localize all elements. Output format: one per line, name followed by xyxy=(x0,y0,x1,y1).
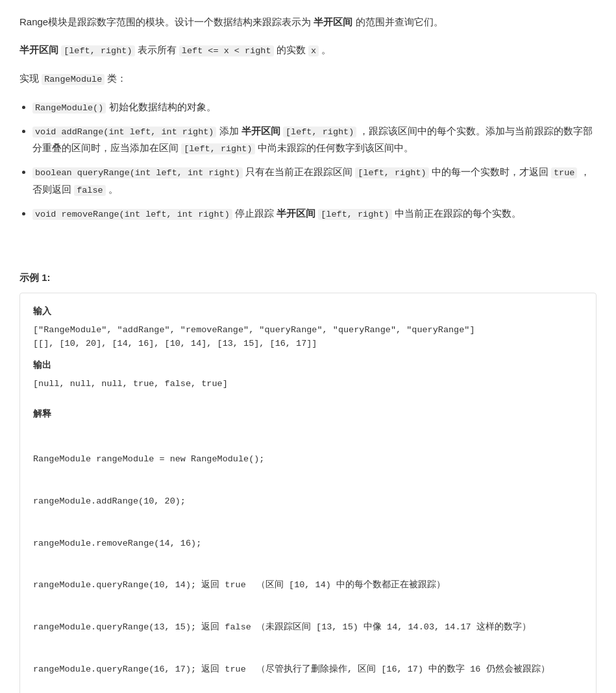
method-desc-2a: 只有在当前正在跟踪区间 xyxy=(245,166,355,177)
intro-text-2: 的范围并查询它们。 xyxy=(356,16,443,27)
method-desc-1c: 中尚未跟踪的任何数字到该区间中。 xyxy=(258,142,413,153)
method-code-3: void removeRange(int left, int right) xyxy=(32,209,232,220)
method-bold-3: 半开区间 xyxy=(277,208,315,219)
explanation-section: 解释 RangeModule rangeModule = new RangeMo… xyxy=(33,406,583,693)
method-code-3b: [left, right) xyxy=(318,209,391,220)
method-code-1: void addRange(int left, int right) xyxy=(32,127,216,138)
exp-line-0: RangeModule rangeModule = new RangeModul… xyxy=(33,452,583,467)
method-desc-2b: 中的每一个实数时，才返回 xyxy=(432,166,551,177)
method-code-2: boolean queryRange(int left, int right) xyxy=(32,167,243,178)
method-desc-3b: 中当前正在跟踪的每个实数。 xyxy=(395,208,521,219)
intro-text-1: Range模块是跟踪数字范围的模块。设计一个数据结构来跟踪表示为 xyxy=(19,16,311,27)
exp-line-3: rangeModule.queryRange(10, 14); 返回 true … xyxy=(33,578,583,592)
impl-pre: 实现 xyxy=(19,73,42,84)
impl-end: 类： xyxy=(107,73,127,84)
method-code-1c: [left, right) xyxy=(181,143,254,154)
output-label: 输出 xyxy=(33,358,583,373)
method-code-2d: false xyxy=(74,185,106,196)
method-item-1: void addRange(int left, int right) 添加 半开… xyxy=(32,123,597,158)
method-code-2c: true xyxy=(551,167,577,178)
method-code-2b: [left, right) xyxy=(355,167,428,178)
x-code: x xyxy=(308,45,319,56)
method-desc-2d: 。 xyxy=(108,184,118,195)
exp-line-1: rangeModule.addRange(10, 20); xyxy=(33,494,583,509)
method-bold-1: 半开区间 xyxy=(241,125,280,136)
explanation-code: RangeModule rangeModule = new RangeModul… xyxy=(33,424,583,693)
method-item-3: void removeRange(int left, int right) 停止… xyxy=(32,205,597,223)
half-open-def: 半开区间 [left, right) 表示所有 left <= x < righ… xyxy=(19,41,597,59)
exp-line-4: rangeModule.queryRange(13, 15); 返回 false… xyxy=(33,620,583,635)
method-item-0: RangeModule() 初始化数据结构的对象。 xyxy=(32,99,597,116)
left-right-code: [left, right) xyxy=(61,45,134,56)
implement-para: 实现 RangeModule 类： xyxy=(19,69,597,88)
method-code-0: RangeModule() xyxy=(32,103,106,114)
intro-bold-1: 半开区间 xyxy=(314,16,352,27)
bold-half-open: 半开区间 xyxy=(19,44,58,55)
def-text-2: 的实数 xyxy=(277,44,308,55)
def-end: 。 xyxy=(321,44,331,55)
def-text-1: 表示所有 xyxy=(138,44,179,55)
input-line1: ["RangeModule", "addRange", "removeRange… xyxy=(33,325,475,335)
example-block: 输入 ["RangeModule", "addRange", "removeRa… xyxy=(19,293,597,693)
method-item-2: boolean queryRange(int left, int right) … xyxy=(32,164,597,199)
exp-line-2: rangeModule.removeRange(14, 16); xyxy=(33,537,583,551)
range-module-code: RangeModule xyxy=(42,74,105,85)
method-code-1b: [left, right) xyxy=(283,127,356,138)
example-section: 示例 1: 输入 ["RangeModule", "addRange", "re… xyxy=(19,269,597,693)
example-title: 示例 1: xyxy=(19,269,597,286)
method-desc-3a: 停止跟踪 xyxy=(235,208,274,219)
input-line2: [[], [10, 20], [14, 16], [10, 14], [13, … xyxy=(33,339,317,348)
method-desc-1a: 添加 xyxy=(219,125,239,136)
condition-code: left <= x < right xyxy=(179,45,274,56)
input-code: ["RangeModule", "addRange", "removeRange… xyxy=(33,323,583,351)
method-desc-0: 初始化数据结构的对象。 xyxy=(109,101,216,112)
exp-line-5: rangeModule.queryRange(16, 17); 返回 true … xyxy=(33,663,583,677)
methods-list: RangeModule() 初始化数据结构的对象。 void addRange(… xyxy=(32,99,597,223)
input-label: 输入 xyxy=(33,304,583,319)
intro-paragraph: Range模块是跟踪数字范围的模块。设计一个数据结构来跟踪表示为 半开区间 的范… xyxy=(19,13,597,30)
output-code: [null, null, null, true, false, true] xyxy=(33,377,583,391)
explanation-label: 解释 xyxy=(33,406,583,422)
